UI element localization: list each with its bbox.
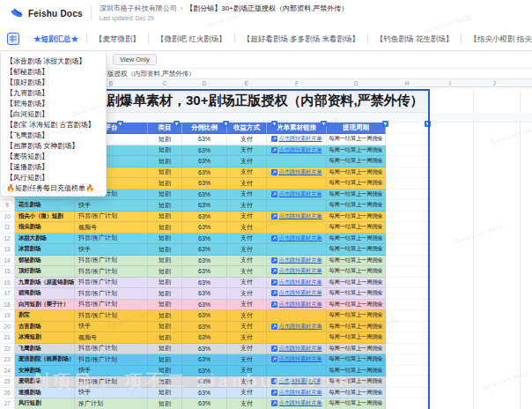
tab-sheet-4[interactable]: 【钓鱼剧场 花生剧场】	[368, 27, 461, 50]
cell-category[interactable]: 短剧	[148, 310, 182, 322]
cell-platform[interactable]: 抖音/推广计划	[75, 354, 148, 366]
cell-material-link[interactable]	[267, 310, 327, 322]
row-number[interactable]: 23	[0, 354, 15, 366]
cell-material-link[interactable]: 点击跳转素材片单	[267, 190, 327, 201]
breadcrumb-doc-title[interactable]: 【剧分销】30+剧场正版授权（内部资料,严禁外传）	[186, 4, 348, 13]
cell-theater-name[interactable]: 剧宝	[15, 310, 75, 322]
material-link[interactable]: 点击跳转素材片单	[271, 399, 322, 407]
cell-platform[interactable]: 抖音/推广计划	[75, 278, 148, 289]
cell-category[interactable]: 短剧	[148, 167, 182, 179]
empty-cell[interactable]	[386, 366, 429, 377]
cell-theater-name[interactable]: 郁秘剧场	[15, 256, 75, 267]
cell-commission-rate[interactable]: 63%	[182, 366, 227, 377]
cell-theater-name[interactable]: 花生剧场	[15, 200, 75, 212]
cell-commission-rate[interactable]: 63%	[182, 388, 227, 399]
cell-material-link[interactable]: 点击跳转素材片单	[267, 212, 327, 223]
cell-material-link[interactable]: 点击跳转素材片单	[267, 167, 327, 179]
tab-sheet-3[interactable]: 【超好看剧场 多多剧场 来看剧场】	[235, 27, 367, 50]
cell-commission-rate[interactable]: 63%	[182, 244, 227, 256]
cell-payout-method[interactable]: 支付	[227, 344, 267, 355]
cell-payout-method[interactable]: 支付	[227, 145, 267, 157]
cell-material-link[interactable]: 点击跳转素材片单	[267, 288, 327, 300]
empty-cell[interactable]	[386, 244, 429, 256]
cell-platform[interactable]: 快手	[75, 366, 148, 377]
cell-payout-method[interactable]: 支付	[227, 322, 267, 333]
cell-platform[interactable]: 抖音/推广计划	[75, 212, 148, 223]
empty-cell[interactable]	[386, 178, 429, 190]
material-link[interactable]: 点击跳转素材片单	[271, 323, 322, 331]
material-link[interactable]: 点击跳转素材片单	[271, 289, 322, 297]
cell-commission-rate[interactable]: 63%	[182, 376, 227, 388]
cell-platform[interactable]: 快手	[75, 244, 148, 256]
cell-category[interactable]: 短剧	[148, 344, 182, 355]
cell-platform[interactable]: 推广计划	[75, 398, 148, 409]
feishu-logo-icon[interactable]	[9, 6, 24, 21]
cell-commission-rate[interactable]: 63%	[182, 212, 227, 223]
cell-payout-method[interactable]: 支付	[227, 388, 267, 399]
cell-withdraw-cycle[interactable]: 每周一结算上一周佣金	[327, 388, 386, 399]
cell-payout-method[interactable]: 支付	[227, 332, 267, 344]
cell-withdraw-cycle[interactable]: 每周一结算上一周佣金	[327, 256, 386, 267]
material-link[interactable]: 点击跳转素材片单	[271, 257, 322, 264]
cell-material-link[interactable]: 点击跳转素材片单	[267, 234, 327, 245]
row-number[interactable]: 26	[0, 388, 15, 399]
cell-commission-rate[interactable]: 63%	[182, 190, 227, 201]
cell-withdraw-cycle[interactable]: 每周一结算上一周佣金	[327, 310, 386, 322]
cell-payout-method[interactable]: 支付	[227, 266, 267, 278]
row-number[interactable]: 21	[0, 332, 15, 344]
cell-category[interactable]: 短剧	[148, 388, 182, 399]
cell-payout-method[interactable]: 支付	[227, 256, 267, 267]
column-letter-H[interactable]: H	[405, 79, 410, 87]
cell-theater-name[interactable]: 冰海短剧	[15, 332, 75, 344]
cell-material-link[interactable]	[267, 332, 327, 344]
cell-withdraw-cycle[interactable]: 每周一结算上一周佣金	[327, 190, 386, 201]
cell-withdraw-cycle[interactable]: 每周一结算上一周佣金	[327, 398, 386, 409]
material-link[interactable]: 点击跳转素材片单	[271, 234, 322, 242]
cell-withdraw-cycle[interactable]: 每周一结算上一周佣金	[327, 288, 386, 300]
tab-sheet-1[interactable]: 【麦芽微剧】	[87, 27, 148, 50]
empty-cell[interactable]	[386, 288, 429, 300]
cell-material-link[interactable]	[267, 244, 327, 256]
filter-icon[interactable]	[174, 115, 180, 121]
cell-withdraw-cycle[interactable]: 每周一结算上一周佣金	[327, 167, 386, 179]
cell-commission-rate[interactable]: 63%	[182, 354, 227, 366]
row-number[interactable]: 16	[0, 278, 15, 289]
dropdown-item-5[interactable]: 【白河短剧】	[1, 108, 106, 119]
cell-payout-method[interactable]: 支付	[227, 190, 267, 201]
cell-theater-name[interactable]: 冰甜大剧场	[15, 234, 75, 245]
row-number[interactable]: 18	[0, 300, 15, 311]
dropdown-item-9[interactable]: 【麦萌短剧】	[1, 151, 106, 161]
row-number[interactable]: 20	[0, 322, 15, 333]
cell-commission-rate[interactable]: 63%	[182, 278, 227, 289]
cell-withdraw-cycle[interactable]: 每周一结算上一周佣金	[327, 278, 386, 289]
empty-cell[interactable]	[386, 332, 429, 344]
cell-withdraw-cycle[interactable]: 每周一结算上一周佣金	[327, 366, 386, 377]
cell-commission-rate[interactable]: 63%	[182, 156, 227, 167]
cell-payout-method[interactable]: 支付	[227, 234, 267, 245]
empty-cell[interactable]	[386, 190, 429, 201]
tab-sheet-5[interactable]: 【指尖小橙剧 指尖剧场】	[462, 27, 532, 50]
filter-icon[interactable]	[382, 115, 388, 121]
empty-cell[interactable]	[386, 322, 429, 333]
cell-withdraw-cycle[interactable]: 每周一结算上一周佣金	[327, 354, 386, 366]
cell-category[interactable]: 短剧	[148, 354, 182, 366]
column-letter-F[interactable]: F	[295, 79, 299, 87]
cell-platform[interactable]: 快手	[75, 322, 148, 333]
empty-cell[interactable]	[386, 376, 429, 388]
cell-material-link[interactable]	[267, 200, 327, 212]
cell-withdraw-cycle[interactable]: 每周一结算上一周佣金	[327, 145, 386, 157]
cell-material-link[interactable]: 点击跳转素材片单	[267, 398, 327, 409]
material-link[interactable]: 点击跳转素材片单	[271, 389, 322, 397]
material-link[interactable]: 点击跳转素材片单	[271, 168, 322, 176]
cell-payout-method[interactable]: 支付	[227, 288, 267, 300]
cell-category[interactable]: 短剧	[148, 145, 182, 157]
cell-category[interactable]: 短剧	[148, 376, 182, 388]
row-number[interactable]: 9	[0, 200, 15, 212]
cell-material-link[interactable]: 点击跳转素材片单	[267, 278, 327, 289]
cell-category[interactable]: 短剧	[148, 178, 182, 190]
cell-commission-rate[interactable]: 63%	[182, 200, 227, 212]
dropdown-item-10[interactable]: 【速播剧场】	[1, 161, 106, 172]
material-link[interactable]: 点击跳转素材片单	[271, 146, 322, 154]
cell-theater-name[interactable]: 速播剧场	[15, 388, 75, 399]
cell-payout-method[interactable]: 支付	[227, 212, 267, 223]
